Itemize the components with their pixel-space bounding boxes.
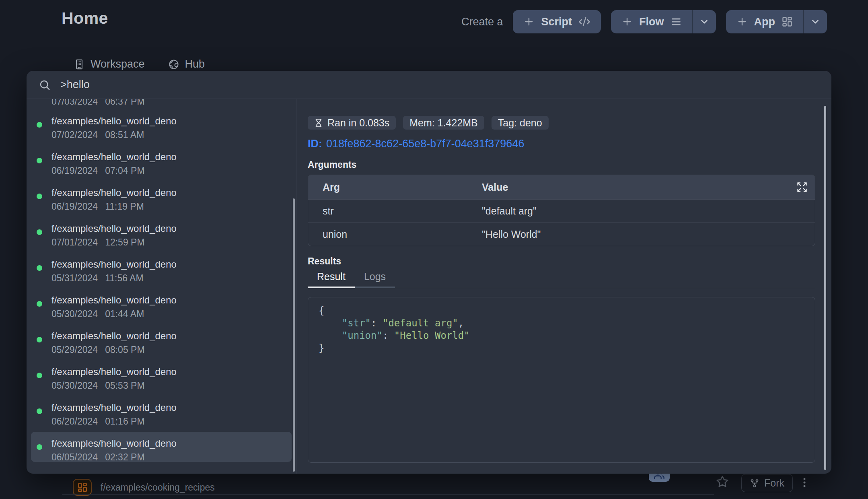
success-status-dot xyxy=(37,337,42,342)
active-tab-underline xyxy=(308,287,355,288)
run-date: 07/03/2024 xyxy=(51,99,98,107)
run-meta: 07/01/202412:59 PM xyxy=(51,237,296,247)
table-row: union "Hello World" xyxy=(308,223,815,246)
run-time: 08:05 PM xyxy=(105,344,144,355)
run-time: 11:19 PM xyxy=(105,201,144,212)
search-icon xyxy=(39,79,51,91)
search-input[interactable]: >hello xyxy=(60,78,90,91)
run-path: f/examples/hello_world_deno xyxy=(51,438,292,449)
success-status-dot xyxy=(37,158,42,163)
dashboard-grid-icon xyxy=(782,16,793,27)
list-scrollbar-thumb[interactable] xyxy=(293,198,295,472)
detail-scrollbar-thumb[interactable] xyxy=(824,106,826,470)
hourglass-icon xyxy=(314,118,323,128)
run-list-item[interactable]: f/examples/hello_world_deno 05/31/202411… xyxy=(27,253,296,283)
run-path: f/examples/hello_world_deno xyxy=(51,116,296,126)
run-path: f/examples/hello_world_deno xyxy=(51,188,296,198)
star-icon[interactable] xyxy=(716,475,729,489)
app-dropdown-button[interactable] xyxy=(804,10,827,33)
run-time: 02:32 PM xyxy=(105,452,144,462)
run-list-item[interactable]: f/examples/hello_world_deno 06/19/202407… xyxy=(27,145,296,175)
tab-hub[interactable]: Hub xyxy=(168,58,205,70)
tab-logs[interactable]: Logs xyxy=(355,271,395,288)
run-time: 12:59 PM xyxy=(105,237,144,247)
run-meta: 06/19/202407:04 PM xyxy=(51,166,296,175)
create-app-button[interactable]: App xyxy=(726,10,827,33)
row-divider xyxy=(62,494,714,495)
arguments-table-header: Arg Value xyxy=(308,175,815,199)
run-date: 06/19/2024 xyxy=(51,165,98,176)
run-list-item[interactable]: f/examples/hello_world_deno 06/05/202402… xyxy=(31,432,292,462)
run-time: 08:51 AM xyxy=(105,130,144,140)
run-path: f/examples/hello_world_deno xyxy=(51,223,296,234)
run-path: f/examples/hello_world_deno xyxy=(51,259,296,270)
success-status-dot xyxy=(37,301,42,307)
run-date: 06/19/2024 xyxy=(51,201,98,212)
arguments-table-body: str "default arg" union "Hello World" xyxy=(308,199,815,246)
success-status-dot xyxy=(37,229,42,235)
run-list-item[interactable]: f/examples/hello_world_deno 05/29/202408… xyxy=(27,324,296,355)
run-date: 05/29/2024 xyxy=(51,344,98,355)
results-heading: Results xyxy=(308,256,815,266)
search-bar[interactable]: >hello xyxy=(27,71,831,99)
tab-workspace-label: Workspace xyxy=(91,58,145,70)
arguments-table: Arg Value str "default arg" union "Hello… xyxy=(308,175,815,246)
run-date: 06/05/2024 xyxy=(51,452,98,462)
run-time: 06:37 PM xyxy=(105,99,144,107)
run-id-value[interactable]: 018fe862-8c62-65e8-b7f7-04e31f379646 xyxy=(326,138,524,150)
fork-button[interactable]: Fork xyxy=(741,474,793,492)
run-meta: 05/30/202401:44 AM xyxy=(51,309,296,319)
table-row: str "default arg" xyxy=(308,199,815,223)
tag-badge-label: Tag: deno xyxy=(498,117,542,129)
run-list-item[interactable]: f/examples/hello_world_deno 06/20/202401… xyxy=(27,396,296,426)
arguments-heading: Arguments xyxy=(308,159,815,170)
run-date: 07/02/2024 xyxy=(51,130,98,140)
duration-badge-label: Ran in 0.083s xyxy=(327,117,389,129)
run-path: f/examples/hello_world_deno xyxy=(51,367,296,377)
page-title: Home xyxy=(62,9,108,28)
globe-icon xyxy=(168,59,179,70)
run-time: 11:56 AM xyxy=(105,273,143,283)
run-list-item[interactable]: f/examples/hello_world_deno 05/30/202401… xyxy=(27,289,296,319)
flow-dropdown-button[interactable] xyxy=(693,10,716,33)
kebab-menu-icon[interactable] xyxy=(798,476,810,489)
run-list-item[interactable]: f/examples/hello_world_deno 05/30/202405… xyxy=(27,360,296,390)
run-meta: 06/19/202411:19 PM xyxy=(51,202,296,211)
success-status-dot xyxy=(37,444,42,450)
run-date: 07/01/2024 xyxy=(51,237,98,247)
flow-button-label: Flow xyxy=(639,16,664,28)
create-a-label: Create a xyxy=(461,16,503,28)
create-script-button[interactable]: Script xyxy=(513,10,601,33)
git-fork-icon xyxy=(750,478,759,488)
plus-icon xyxy=(736,16,748,27)
clipped-run-item[interactable]: 07/03/202406:37 PM xyxy=(51,99,145,107)
tab-workspace[interactable]: Workspace xyxy=(74,58,145,70)
run-time: 07:04 PM xyxy=(105,165,144,176)
run-meta: 05/29/202408:05 PM xyxy=(51,345,296,355)
command-palette-modal: >hello 07/03/202406:37 PM f/examples/hel… xyxy=(27,71,831,474)
run-list-item[interactable]: f/examples/hello_world_deno 07/02/202408… xyxy=(27,109,296,140)
tag-badge: Tag: deno xyxy=(492,116,549,130)
run-path: f/examples/hello_world_deno xyxy=(51,402,296,413)
chevron-down-icon xyxy=(810,16,821,27)
background-app-row: f/examples/cooking_recipes Fork xyxy=(0,474,868,499)
cooking-recipes-app-icon[interactable] xyxy=(73,479,92,496)
tabs-baseline xyxy=(395,288,815,288)
tab-result[interactable]: Result xyxy=(308,271,355,288)
expand-icon[interactable] xyxy=(796,181,808,193)
arg-name-cell: union xyxy=(308,229,482,240)
run-path: f/examples/hello_world_deno xyxy=(51,295,296,305)
run-meta: 05/30/202405:53 PM xyxy=(51,381,296,390)
chevron-down-icon xyxy=(699,16,710,27)
flow-list-icon xyxy=(671,16,682,27)
run-list-item[interactable]: f/examples/hello_world_deno 06/19/202411… xyxy=(27,181,296,211)
run-list-item[interactable]: f/examples/hello_world_deno 07/01/202412… xyxy=(27,217,296,247)
success-status-dot xyxy=(37,408,42,414)
app-path: f/examples/cooking_recipes xyxy=(101,482,215,493)
run-meta: 06/05/202402:32 PM xyxy=(51,452,292,462)
run-id-row: ID:018fe862-8c62-65e8-b7f7-04e31f379646 xyxy=(308,138,815,150)
run-stats-badges: Ran in 0.083s Mem: 1.422MB Tag: deno xyxy=(308,116,815,130)
app-grid-icon xyxy=(77,482,88,493)
run-meta: 06/20/202401:16 PM xyxy=(51,417,296,426)
create-flow-button[interactable]: Flow xyxy=(611,10,716,33)
